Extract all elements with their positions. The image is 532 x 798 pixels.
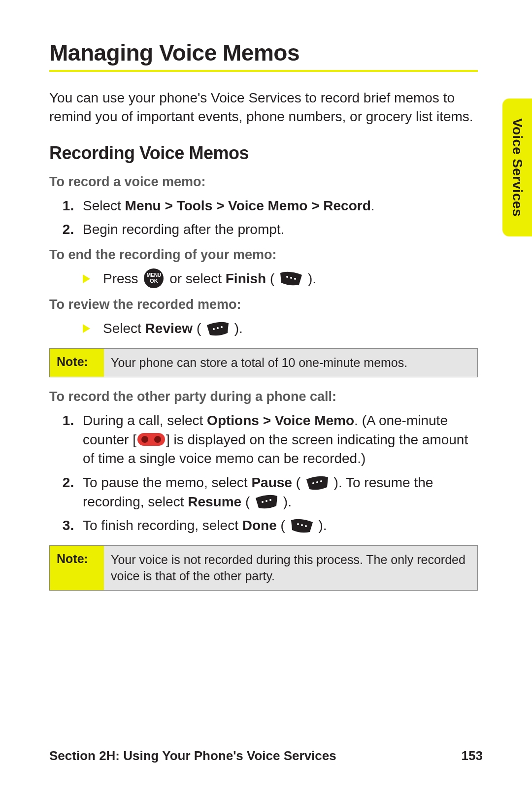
- note-label: Note:: [50, 546, 104, 590]
- menu-ok-button-icon: MENU OK: [144, 268, 164, 288]
- svg-point-8: [320, 480, 322, 482]
- page-footer: Section 2H: Using Your Phone's Voice Ser…: [49, 748, 483, 764]
- task-record-other-party: To record the other party during a phone…: [49, 389, 493, 404]
- intro-paragraph: You can use your phone's Voice Services …: [49, 89, 478, 126]
- footer-page-number: 153: [462, 748, 483, 764]
- step: To pause the memo, select Pause ( ). To …: [78, 473, 472, 511]
- note-box: Note: Your phone can store a total of 10…: [49, 348, 478, 377]
- step: During a call, select Options > Voice Me…: [78, 411, 472, 468]
- svg-point-1: [290, 277, 292, 279]
- svg-point-6: [312, 482, 314, 484]
- title-rule: [49, 70, 478, 72]
- triangle-bullet-icon: [83, 324, 90, 333]
- svg-point-13: [301, 524, 303, 526]
- note-text: Your phone can store a total of 10 one-m…: [104, 349, 477, 377]
- svg-point-14: [305, 525, 307, 527]
- page-content: Managing Voice Memos You can use your ph…: [0, 0, 532, 798]
- svg-point-10: [266, 500, 267, 502]
- step: Begin recording after the prompt.: [78, 220, 472, 239]
- left-softkey-icon: [255, 494, 278, 509]
- svg-point-7: [316, 481, 318, 483]
- page-title: Managing Voice Memos: [49, 39, 493, 66]
- steps-record-other-party: During a call, select Options > Voice Me…: [78, 411, 493, 535]
- note-box: Note: Your voice is not recorded during …: [49, 545, 478, 591]
- bullet-review-memo: Select Review ( ).: [83, 319, 477, 338]
- bullet-end-recording: Press MENU OK or select Finish ( ).: [83, 269, 477, 290]
- left-softkey-icon: [305, 475, 329, 490]
- task-end-recording: To end the recording of your memo:: [49, 247, 493, 263]
- footer-section: Section 2H: Using Your Phone's Voice Ser…: [49, 748, 336, 764]
- counter-icon: [137, 433, 165, 446]
- right-softkey-icon: [290, 518, 314, 533]
- note-label: Note:: [50, 349, 104, 377]
- step: Select Menu > Tools > Voice Memo > Recor…: [78, 197, 472, 216]
- step: To finish recording, select Done ( ).: [78, 516, 472, 535]
- left-softkey-icon: [206, 321, 230, 336]
- right-softkey-icon: [279, 271, 303, 286]
- note-text: Your voice is not recorded during this p…: [104, 546, 477, 590]
- task-record-memo: To record a voice memo:: [49, 174, 493, 190]
- svg-point-9: [262, 501, 264, 503]
- svg-point-3: [213, 328, 215, 330]
- svg-point-11: [269, 499, 271, 501]
- svg-point-12: [297, 523, 299, 525]
- svg-point-2: [294, 278, 296, 280]
- svg-point-0: [286, 276, 288, 278]
- svg-point-4: [217, 327, 219, 329]
- svg-point-5: [221, 326, 223, 328]
- task-review-memo: To review the recorded memo:: [49, 297, 493, 312]
- triangle-bullet-icon: [83, 274, 90, 283]
- steps-record-memo: Select Menu > Tools > Voice Memo > Recor…: [78, 197, 493, 239]
- section-title: Recording Voice Memos: [49, 143, 493, 164]
